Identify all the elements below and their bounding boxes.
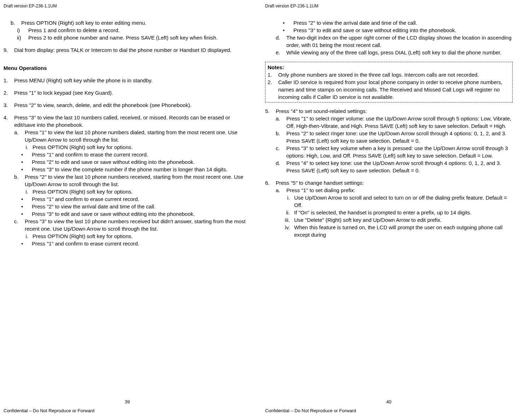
item-m4c-b1: Press "1" and confirm to erase current r… (32, 240, 139, 247)
label-m6a-i: i. (279, 194, 294, 209)
bullet-icon: • (21, 151, 32, 158)
notes-title: Notes: (268, 64, 510, 71)
page-40: Draft version EP-236-1.1UM • Press "2" t… (265, 4, 513, 413)
item-m4e: While viewing any of the three call logs… (286, 49, 502, 56)
note-1: Only phone numbers are stored in the thr… (278, 71, 479, 78)
page-header-right: Draft version EP-236-1.1UM (265, 4, 513, 8)
label-m4c-i: i. (18, 232, 33, 240)
item-m5c: Press "3" to select key volume when a ke… (286, 144, 513, 159)
note-2: Caller ID service is required from your … (278, 78, 510, 101)
page-number-right: 40 (265, 399, 513, 404)
page-header-left: Draft version EP-236-1.1UM (4, 4, 251, 8)
bullet-icon: • (21, 195, 32, 203)
label-i: i) (17, 26, 28, 34)
item-m4a-i: Press OPTION (Right) soft key for option… (33, 143, 133, 151)
label-m4: 4. (4, 114, 14, 129)
item-m4a: Press "1" to view the last 10 phone numb… (25, 129, 251, 143)
label-m6a: a. (276, 187, 286, 194)
label-m6a-ii: ii. (279, 209, 294, 216)
bullet-icon: • (21, 203, 32, 210)
bullet-icon: • (21, 240, 32, 247)
item-m3: Press "2" to view, search, delete, and e… (14, 101, 192, 109)
label-note2: 2. (268, 78, 278, 101)
item-m6a: Press "1" to set dialing prefix: (286, 187, 355, 194)
page-39: Draft version EP-236-1.1UM b. Press OPTI… (4, 4, 251, 413)
label-m4e: e. (276, 49, 286, 56)
label-m5a: a. (276, 115, 286, 130)
item-m5b: Press "2" to select ringer tone: use the… (286, 130, 513, 144)
bullet-icon: • (21, 158, 32, 166)
item-m4a-b1: Press "1" and confirm to erase the curre… (32, 151, 148, 158)
item-m4b-i: Press OPTION (Right) soft key for option… (33, 188, 133, 195)
page-body-right: • Press "2" to view the arrival date and… (265, 19, 513, 392)
label-9: 9. (4, 46, 14, 54)
item-m4b-b1: Press "1" and confirm to erase current r… (32, 195, 139, 203)
item-m4c-b3: Press "3" to edit and save or save witho… (293, 26, 456, 34)
label-m5c: c. (276, 144, 286, 159)
item-m4a-b3: Press "3" to view the complete number if… (32, 166, 227, 173)
label-note1: 1. (268, 71, 278, 78)
label-m6a-iii: iii. (279, 216, 294, 224)
item-m4: Press "3" to view the last 10 numbers ca… (14, 114, 251, 129)
label-ii: ii) (17, 34, 28, 41)
label-m6a-iv: iv. (279, 224, 294, 238)
item-m4d: The two-digit index on the upper right c… (286, 34, 513, 49)
item-m4b: Press "2" to view the last 10 phone numb… (25, 173, 251, 188)
label-m4a-i: i. (18, 143, 33, 151)
notes-box: Notes: 1. Only phone numbers are stored … (265, 62, 513, 102)
item-m2: Press "1" to lock keypad (see Key Guard)… (14, 89, 113, 96)
bullet-icon: • (283, 26, 293, 34)
label-m6: 6. (265, 179, 276, 187)
page-body-left: b. Press OPTION (Right) soft key to ente… (4, 19, 251, 392)
item-m6a-iv: When this feature is turned on, the LCD … (294, 224, 513, 238)
item-m6a-ii: If "On" is selected, the handset is prom… (294, 209, 472, 216)
label-m4d: d. (276, 34, 286, 49)
bullet-icon: • (283, 19, 293, 26)
item-m4c-i: Press OPTION (Right) soft key for option… (33, 232, 133, 240)
bullet-icon: • (21, 210, 32, 218)
item-m4a-b2: Press "2" to edit and save or save witho… (32, 158, 195, 166)
label-m4c: c. (14, 218, 25, 232)
label-m4b-i: i. (18, 188, 33, 195)
item-8b-i: Press 1 and confirm to delete a record. (28, 26, 119, 34)
item-m6: Press "5" to change handset settings: (276, 179, 364, 187)
label-m2: 2. (4, 89, 14, 96)
item-9: Dial from display: press TALK or Interco… (14, 46, 232, 54)
label-b: b. (11, 19, 21, 26)
item-m6a-i: Use Up/Down Arrow to scroll and select t… (294, 194, 513, 209)
label-m4b: b. (14, 173, 25, 188)
page-footer-left: Confidential – Do Not Reproduce or Forwa… (4, 408, 251, 413)
item-m5: Press "4" to set sound-related settings: (276, 107, 367, 115)
menu-operations-heading: Menu Operations (4, 64, 251, 72)
item-8b: Press OPTION (Right) soft key to enter e… (21, 19, 146, 26)
label-m5d: d. (276, 159, 286, 174)
item-m4b-b2: Press "2" to view the arrival date and t… (32, 203, 156, 210)
item-m1: Press MENU (Right) soft key while the ph… (14, 77, 153, 84)
label-m1: 1. (4, 77, 14, 84)
label-m5b: b. (276, 130, 286, 144)
item-m4b-b3: Press "3" to edit and save or save witho… (32, 210, 195, 218)
item-m4c-b2: Press "2" to view the arrival date and t… (293, 19, 417, 26)
bullet-icon: • (21, 166, 32, 173)
label-m3: 3. (4, 101, 14, 109)
item-m4c: Press "3" to view the last 10 phone numb… (25, 218, 251, 232)
page-number-left: 39 (4, 399, 251, 404)
item-m5a: Press "1" to select ringer volume: use t… (286, 115, 513, 130)
label-m4a: a. (14, 129, 25, 143)
item-m5d: Press "4" to select key tone: use the Up… (286, 159, 513, 174)
label-m5: 5. (265, 107, 276, 115)
item-m6a-iii: Use "Delete" (Right) soft key and Up/Dow… (294, 216, 442, 224)
item-8b-ii: Press 2 to edit phone number and name. P… (28, 34, 218, 41)
page-footer-right: Confidential – Do Not Reproduce or Forwa… (265, 408, 513, 413)
